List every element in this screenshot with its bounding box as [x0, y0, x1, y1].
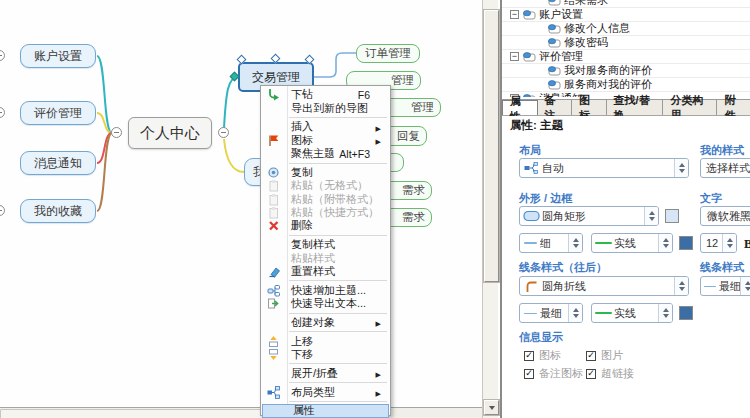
spinner-icon[interactable] — [674, 277, 688, 295]
menu-separator — [289, 280, 387, 281]
menu-item-layout-type[interactable]: 布局类型 — [261, 385, 390, 398]
menu-item-label: 创建对象 — [286, 315, 335, 330]
tab-icons[interactable]: 图标 — [572, 100, 607, 115]
line-back-width-select[interactable]: 最细 — [519, 303, 583, 323]
topic-review-management[interactable]: 评价管理 — [20, 101, 96, 125]
font-select[interactable]: 微软雅黑 — [700, 206, 750, 226]
menu-item-insert[interactable]: 插入 — [261, 120, 390, 133]
paste-icon — [261, 179, 286, 192]
line-front-width-select[interactable]: 最细 — [700, 276, 750, 296]
menu-item-focus-topic[interactable]: 聚焦主题 Alt+F3 — [261, 147, 390, 160]
horizontal-scrollbar[interactable] — [0, 407, 482, 418]
topic-label: 管理 — [411, 100, 434, 115]
tree-row-label: 账户设置 — [539, 7, 583, 22]
spinner-icon[interactable] — [658, 234, 672, 252]
checkbox-checked-icon[interactable] — [586, 369, 596, 379]
menu-item-reset-style[interactable]: 重置样式 — [261, 265, 390, 278]
checkbox-note-icons[interactable]: 备注图标 — [524, 366, 583, 381]
thinnest-line-icon — [701, 286, 719, 287]
border-style-select[interactable]: 实线 — [591, 233, 673, 253]
checkbox-checked-icon[interactable] — [524, 369, 534, 379]
tab-attachments[interactable]: 附件 — [717, 100, 750, 115]
menu-separator — [289, 163, 387, 164]
topic-account-settings[interactable]: 账户设置 — [20, 44, 96, 68]
menu-item-properties[interactable]: 属性 — [262, 404, 389, 417]
checkbox-images[interactable]: 图片 — [586, 348, 623, 363]
checkbox-checked-icon[interactable] — [524, 351, 534, 361]
tree-row[interactable]: 服务商对我的评价 — [502, 78, 750, 92]
menu-item-icons[interactable]: 图标 — [261, 134, 390, 147]
tab-properties[interactable]: 属性 — [502, 100, 538, 115]
paste-icon — [261, 193, 286, 206]
menu-item-expand-collapse[interactable]: 展开/折叠 — [261, 367, 390, 380]
checkbox-hyperlinks[interactable]: 超链接 — [586, 366, 634, 381]
menu-item-create-object[interactable]: 创建对象 — [261, 316, 390, 329]
topic-order-management[interactable]: 订单管理 — [356, 44, 420, 63]
border-width-select[interactable]: 细 — [519, 233, 583, 253]
menu-item-quick-add-topic[interactable]: 快速增加主题... — [261, 284, 390, 297]
checkbox-label: 图标 — [539, 348, 561, 363]
tree-row[interactable]: 修改密码 — [502, 36, 750, 50]
spinner-icon[interactable] — [568, 234, 582, 252]
menu-item-paste-plain: 粘贴（无格式） — [261, 179, 390, 192]
tree-row[interactable]: 我对服务商的评价 — [502, 64, 750, 78]
menu-item-move-up[interactable]: 上移 — [261, 335, 390, 348]
my-style-value: 选择样式并应用 — [706, 161, 750, 176]
spinner-icon[interactable] — [674, 159, 688, 177]
collapse-toggle-right[interactable] — [218, 127, 229, 138]
line-back-style-select[interactable]: 实线 — [591, 303, 673, 323]
spinner-icon[interactable] — [722, 234, 736, 252]
tab-find-replace[interactable]: 查找/替换 — [607, 100, 664, 115]
vscroll-thumb[interactable] — [484, 10, 499, 282]
scroll-down-arrow-icon[interactable] — [484, 400, 499, 415]
font-size-select[interactable]: 12 — [700, 233, 737, 253]
layout-select[interactable]: 自动 — [519, 158, 689, 178]
tree-row[interactable]: 评价管理 — [502, 50, 750, 64]
line-back-shape-select[interactable]: 圆角折线 — [519, 276, 689, 296]
tree-row[interactable]: 账户设置 — [502, 8, 750, 22]
menu-item-drill-down[interactable]: 下钻 F6 — [261, 88, 390, 101]
tree-collapse-icon[interactable] — [510, 52, 519, 61]
border-color-swatch[interactable] — [679, 236, 693, 250]
spinner-icon[interactable] — [644, 207, 658, 225]
topic-label: 个人中心 — [140, 124, 200, 143]
vertical-scrollbar[interactable] — [482, 0, 498, 418]
bold-button[interactable]: B — [744, 237, 750, 252]
menu-item-copy-style[interactable]: 复制样式 — [261, 238, 390, 251]
topic-message-notification[interactable]: 消息通知 — [20, 151, 96, 175]
tree-collapse-icon[interactable] — [510, 10, 519, 19]
menu-item-move-down[interactable]: 下移 — [261, 348, 390, 361]
menu-item-paste-with-format: 粘贴（附带格式） — [261, 192, 390, 205]
tab-notes[interactable]: 备注 — [538, 100, 573, 115]
solid-line-icon — [592, 242, 614, 244]
tree-row[interactable]: 修改个人信息 — [502, 22, 750, 36]
shape-select[interactable]: 圆角矩形 — [519, 206, 659, 226]
line-back-width-value: 最细 — [540, 306, 568, 321]
checkbox-icons[interactable]: 图标 — [524, 348, 561, 363]
collapse-toggle-left[interactable] — [111, 127, 122, 138]
menu-item-quick-export-text[interactable]: 快速导出文本... — [261, 297, 390, 310]
topic-node-icon — [547, 0, 561, 6]
spinner-icon[interactable] — [740, 277, 750, 295]
topic-my-favorites[interactable]: 我的收藏 — [20, 199, 96, 223]
menu-item-export-to-new-map[interactable]: 导出到新的导图 — [261, 101, 390, 114]
my-style-input[interactable]: 选择样式并应用 — [700, 158, 750, 178]
layout-icon — [261, 386, 286, 399]
copy-icon — [261, 166, 286, 179]
menu-item-copy[interactable]: 复制 — [261, 166, 390, 179]
line-back-style-value: 实线 — [614, 306, 658, 321]
checkbox-checked-icon[interactable] — [586, 351, 596, 361]
section-label-shape-border: 外形 / 边框 — [519, 191, 572, 206]
topic-personal-center[interactable]: 个人中心 — [128, 117, 212, 149]
topic-label: 需求 — [402, 210, 425, 225]
spinner-icon[interactable] — [568, 304, 582, 322]
spinner-icon[interactable] — [658, 304, 672, 322]
menu-item-delete[interactable]: 删除 — [261, 219, 390, 232]
tree-row-label: 我对服务商的评价 — [564, 63, 652, 78]
thin-line-icon — [520, 242, 540, 244]
mindmap-canvas[interactable]: 账户设置 评价管理 消息通知 我的收藏 个人中心 交易管理 我 — [0, 0, 482, 407]
line-back-color-swatch[interactable] — [679, 306, 693, 320]
tab-classify[interactable]: 分类构思 — [663, 100, 717, 115]
fill-color-swatch[interactable] — [665, 209, 679, 223]
tree-row-label: 服务商对我的评价 — [564, 77, 652, 92]
